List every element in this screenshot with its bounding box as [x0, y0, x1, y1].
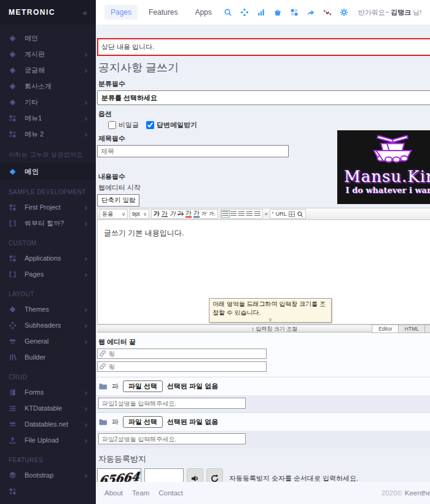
app-window: METRONIC « 메인 게시판 › 궁금해 › 회사소개: [0, 0, 430, 504]
file2-desc-band: [97, 431, 430, 448]
sidebar-item-menu2[interactable]: 메뉴 2 ›: [0, 126, 96, 142]
category-select[interactable]: 분류를 선택하세요: [97, 90, 430, 105]
sidebar-item-first-project[interactable]: First Project ›: [0, 199, 96, 215]
sidebar-section-note: 이하는 그누와 상관없어요.: [0, 142, 96, 163]
chevron-right-icon: ›: [85, 66, 87, 74]
sidebar-item-bootstrap[interactable]: Bootstrap ›: [0, 467, 96, 483]
title-input[interactable]: [97, 145, 289, 157]
chevron-right-icon: ›: [85, 130, 87, 138]
grid-icon: [9, 113, 18, 123]
line-height-button[interactable]: [254, 211, 260, 216]
editor-toolbar: 돋움 ∨ 9pt ∨ 가 가 가 가 가 가 가': [97, 208, 430, 220]
shortcut-list-button[interactable]: 단축키 일람: [97, 194, 139, 207]
sidebar-item-general[interactable]: General ›: [0, 333, 96, 349]
tab-pages[interactable]: Pages: [104, 5, 138, 20]
secret-checkbox[interactable]: [108, 121, 116, 129]
subscript-button[interactable]: 가,: [209, 211, 216, 216]
file1-select-button[interactable]: 파일 선택: [123, 380, 163, 392]
sidebar-item-forms[interactable]: Forms ›: [0, 384, 96, 400]
sidebar-item-clipped[interactable]: [0, 483, 96, 499]
align-justify-button[interactable]: [246, 211, 252, 216]
sidebar-item-applications[interactable]: Applications ›: [0, 250, 96, 266]
sidebar-item-main[interactable]: 메인: [0, 30, 96, 46]
sidebar-item-pages[interactable]: Pages ›: [0, 266, 96, 282]
cart-icon[interactable]: [273, 7, 283, 17]
diamond-icon: [9, 49, 18, 59]
align-right-button[interactable]: [238, 211, 244, 216]
tab-html[interactable]: HTML: [398, 325, 425, 333]
sidebar-section-features: FEATURES: [0, 448, 96, 467]
font-family-select[interactable]: 돋움 ∨: [100, 209, 128, 219]
quick-actions-icon[interactable]: [240, 7, 249, 17]
language-flag-icon[interactable]: [322, 7, 332, 17]
footer-link-about[interactable]: About: [104, 489, 123, 497]
sidebar-item-file-upload[interactable]: File Upload ›: [0, 432, 96, 448]
mail-checkbox[interactable]: [146, 121, 154, 129]
sidebar-item-subheaders[interactable]: Subheaders ›: [0, 317, 96, 333]
find-replace-button[interactable]: [297, 211, 303, 218]
sidebar-item-etc[interactable]: 기타 ›: [0, 94, 96, 110]
tab-features[interactable]: Features: [143, 5, 184, 20]
underline-button[interactable]: 가: [162, 211, 168, 217]
panel-grid-icon[interactable]: [289, 7, 299, 17]
sidebar-item-curious[interactable]: 궁금해 ›: [0, 62, 96, 78]
chart-icon[interactable]: [256, 7, 266, 17]
bars-icon: [9, 352, 18, 362]
file2-desc-input[interactable]: [98, 433, 246, 444]
sidebar-item-builder[interactable]: Builder: [0, 349, 96, 365]
strikethrough-button[interactable]: 가: [178, 211, 184, 217]
secret-option[interactable]: 비밀글: [108, 120, 139, 130]
footer-link-team[interactable]: Team: [132, 489, 149, 497]
share-icon[interactable]: [306, 7, 316, 17]
sidebar-item-menu1[interactable]: 메뉴1 ›: [0, 110, 96, 126]
sidebar-item-board[interactable]: 게시판 ›: [0, 46, 96, 62]
font-color-button[interactable]: 가: [186, 210, 192, 218]
superscript-button[interactable]: 가': [201, 211, 208, 216]
tab-text[interactable]: TEXT: [424, 325, 430, 333]
align-left-button[interactable]: [222, 211, 229, 216]
align-center-button[interactable]: [230, 211, 237, 216]
file2-row: 파 파일 선택 선택된 파일 없음: [97, 412, 430, 431]
chevron-right-icon: ›: [85, 337, 87, 345]
brand-image: Mansu.Kim I do whatever i want!: [337, 130, 430, 204]
footer-link-contact[interactable]: Contact: [158, 489, 183, 497]
chevron-right-icon: ›: [85, 219, 87, 227]
file2-select-button[interactable]: 파일 선택: [123, 416, 163, 428]
editor-resize-handle[interactable]: ↕ 입력창 크기 조절 Editor HTML TEXT: [97, 325, 430, 333]
list-icon: [9, 403, 18, 413]
sidebar-item-company[interactable]: 회사소개: [0, 78, 96, 94]
footer: About Team Contact 2020©Keenthemes: [96, 482, 430, 504]
link1-input[interactable]: [97, 348, 267, 359]
indent-icon[interactable]: »: [265, 211, 268, 217]
sidebar-section-crud: CRUD: [0, 365, 96, 384]
brackets-icon: [9, 218, 18, 228]
font-size-select[interactable]: 9pt ∨: [130, 209, 149, 219]
tab-editor[interactable]: Editor: [372, 325, 399, 333]
tab-apps[interactable]: Apps: [189, 5, 217, 20]
footer-brand-link[interactable]: Keenthemes: [405, 489, 430, 497]
sidebar-collapse-icon[interactable]: «: [83, 8, 87, 17]
resize-arrows-icon: ↕: [251, 326, 254, 332]
category-select-wrap: 분류를 선택하세요 ∨: [97, 90, 430, 105]
italic-button[interactable]: 가: [170, 211, 176, 217]
settings-gear-icon[interactable]: [339, 7, 349, 17]
sidebar-item-what-to-do[interactable]: 뭐부터 할까? ›: [0, 215, 96, 231]
sidebar-item-datatables-net[interactable]: Datatables.net ›: [0, 416, 96, 432]
file1-desc-input[interactable]: [98, 398, 246, 409]
mail-option[interactable]: 답변메일받기: [146, 120, 197, 130]
sidebar-item-ktdatatable[interactable]: KTDatatable ›: [0, 400, 96, 416]
link2-input[interactable]: [97, 361, 267, 372]
file1-row: 파 파일 선택 선택된 파일 없음: [97, 377, 430, 395]
main-area: Pages Features Apps 반가워요~ 김탱크 님!: [96, 0, 430, 504]
quote-button[interactable]: “: [272, 211, 274, 217]
sidebar-item-main-active[interactable]: 메인: [0, 163, 96, 180]
url-button[interactable]: URL: [276, 211, 287, 217]
table-button[interactable]: [289, 211, 295, 217]
folder-icon: [98, 382, 108, 390]
bold-button[interactable]: 가: [154, 211, 160, 217]
dots-icon: [9, 320, 18, 330]
search-icon[interactable]: [223, 7, 233, 17]
highlight-button[interactable]: 가: [194, 210, 200, 218]
folder-icon: [98, 418, 108, 426]
sidebar-item-themes[interactable]: Themes ›: [0, 301, 96, 317]
